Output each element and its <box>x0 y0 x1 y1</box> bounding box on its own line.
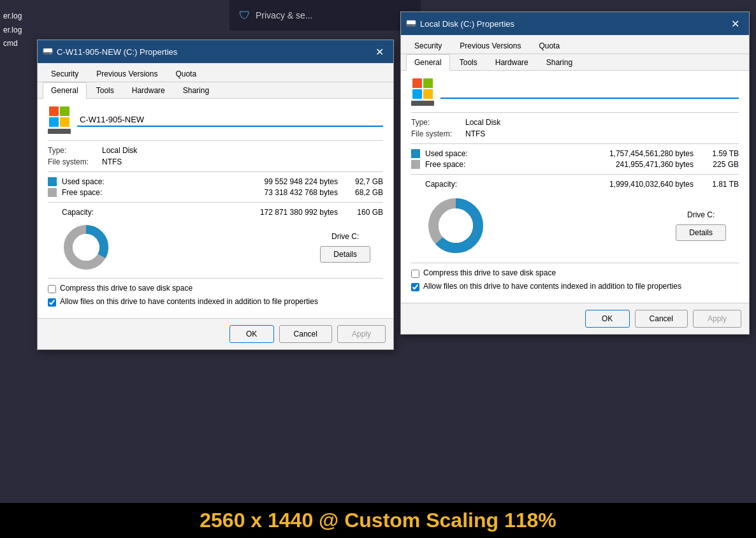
used-label-1: Used space: <box>62 177 110 186</box>
dialog1-cap-row: Capacity: 172 871 380 992 bytes 160 GB <box>48 208 383 217</box>
dialog2-details-button[interactable]: Details <box>676 224 726 241</box>
dialog1-donut <box>61 222 112 273</box>
dialog1-content: Type: Local Disk File system: NTFS Used … <box>38 99 393 318</box>
tab-sharing-2[interactable]: Sharing <box>538 54 581 70</box>
dialog1-free-row: Free space: 73 318 432 768 bytes 68,2 GB <box>48 188 383 197</box>
dialog1-drive-header <box>48 106 383 134</box>
free-color-box-2 <box>411 160 420 169</box>
svg-point-11 <box>439 208 473 243</box>
dialog1-apply-button[interactable]: Apply <box>337 325 386 343</box>
tab-prev-versions-1[interactable]: Previous Versions <box>88 66 166 82</box>
dialog2-body: Security Previous Versions Quota General… <box>401 35 749 334</box>
dialog1-titlebar: C-W11-905-NEW (C:) Properties ✕ <box>38 40 393 63</box>
used-size-1: 92,7 GB <box>348 177 383 186</box>
drive-name-input-1[interactable] <box>77 113 383 127</box>
dialog1-fs-row: File system: NTFS <box>48 157 383 166</box>
dialog2-cancel-button[interactable]: Cancel <box>635 310 688 328</box>
dialog1-tabs-row2: General Tools Hardware Sharing <box>38 82 393 99</box>
type-value-1: Local Disk <box>102 146 137 155</box>
tab-hardware-2[interactable]: Hardware <box>487 54 537 70</box>
tab-general-1[interactable]: General <box>43 82 87 99</box>
desktop-text-3: cmd <box>3 37 22 51</box>
drive-line-1 <box>48 129 71 134</box>
dialog1-title-text: C-W11-905-NEW (C:) Properties <box>57 47 177 57</box>
dialog1-tabs: Security Previous Versions Quota <box>38 63 393 82</box>
dialog1-cancel-button[interactable]: Cancel <box>279 325 332 343</box>
dialog2-drive-info: Drive C: Details <box>676 210 726 241</box>
dialog2-cap-row: Capacity: 1,999,410,032,640 bytes 1.81 T… <box>411 180 739 189</box>
dialog2-title-area: Local Disk (C:) Properties <box>406 18 514 29</box>
tab-tools-2[interactable]: Tools <box>451 54 486 70</box>
dialog1-drive-label: Drive C: <box>331 232 359 241</box>
dialog2-ok-button[interactable]: OK <box>585 310 630 328</box>
free-size-1: 68,2 GB <box>348 188 383 197</box>
tab-tools-1[interactable]: Tools <box>88 82 122 98</box>
free-color-box-1 <box>48 188 57 197</box>
cap-size-2: 1.81 TB <box>704 180 739 189</box>
dialog1-close-button[interactable]: ✕ <box>370 44 388 59</box>
dialog1-footer: OK Cancel Apply <box>38 318 393 349</box>
shield-icon: 🛡 <box>239 9 251 22</box>
tab-quota-1[interactable]: Quota <box>167 66 205 82</box>
index-checkbox-1[interactable] <box>48 298 56 307</box>
dialog1-drive-info: Drive C: Details <box>320 232 370 263</box>
used-color-box-1 <box>48 177 57 186</box>
fs-label-1: File system: <box>48 157 102 166</box>
separator-1a <box>48 140 383 141</box>
tab-quota-2[interactable]: Quota <box>530 38 568 54</box>
svg-point-5 <box>73 234 99 261</box>
free-bytes-2: 241,955,471,360 bytes <box>473 160 704 169</box>
tab-sharing-1[interactable]: Sharing <box>175 82 217 98</box>
compress-label-2[interactable]: Compress this drive to save disk space <box>423 268 556 277</box>
separator-1d <box>48 278 383 279</box>
used-bytes-1: 99 552 948 224 bytes <box>110 177 348 186</box>
tab-security-1[interactable]: Security <box>43 66 87 82</box>
separator-2b <box>411 143 739 144</box>
index-label-2[interactable]: Allow files on this drive to have conten… <box>423 282 681 291</box>
tab-security-2[interactable]: Security <box>406 38 450 54</box>
drive-name-input-2[interactable] <box>440 85 739 99</box>
used-color-box-2 <box>411 149 420 158</box>
cap-bytes-1: 172 871 380 992 bytes <box>102 208 348 217</box>
dialog2-index-row: Allow files on this drive to have conten… <box>411 282 739 291</box>
used-bytes-2: 1,757,454,561,280 bytes <box>473 149 704 158</box>
dialog1-title-icon <box>43 47 53 57</box>
free-bytes-1: 73 318 432 768 bytes <box>110 188 348 197</box>
dialog1-ok-button[interactable]: OK <box>229 325 274 343</box>
free-label-1: Free space: <box>62 188 110 197</box>
dialog2-title-text: Local Disk (C:) Properties <box>420 19 514 29</box>
separator-2d <box>411 263 739 263</box>
compress-label-1[interactable]: Compress this drive to save disk space <box>60 284 193 293</box>
dialog-c-properties: C-W11-905-NEW (C:) Properties ✕ Security… <box>37 40 394 350</box>
dialog2-free-row: Free space: 241,955,471,360 bytes 225 GB <box>411 160 739 169</box>
dialog1-title-area: C-W11-905-NEW (C:) Properties <box>43 47 177 57</box>
dialog2-used-row: Used space: 1,757,454,561,280 bytes 1.59… <box>411 149 739 158</box>
dialog2-drive-header <box>411 78 739 106</box>
dialog2-type-row: Type: Local Disk <box>411 118 739 127</box>
compress-checkbox-1[interactable] <box>48 285 56 293</box>
dialog2-tabs: Security Previous Versions Quota <box>401 35 749 54</box>
dialog2-content: Type: Local Disk File system: NTFS Used … <box>401 71 749 303</box>
svg-point-8 <box>413 25 414 26</box>
dialog1-used-row: Used space: 99 552 948 224 bytes 92,7 GB <box>48 177 383 186</box>
dialog1-details-button[interactable]: Details <box>320 246 370 263</box>
type-label-2: Type: <box>411 118 465 127</box>
desktop-text-area: er.log er.log cmd <box>3 10 22 51</box>
tab-hardware-1[interactable]: Hardware <box>124 82 173 98</box>
used-size-2: 1.59 TB <box>704 149 739 158</box>
dialog1-index-row: Allow files on this drive to have conten… <box>48 297 383 307</box>
separator-1b <box>48 171 383 172</box>
bottom-banner-text: 2560 x 1440 @ Custom Scaling 118% <box>200 509 556 532</box>
index-label-1[interactable]: Allow files on this drive to have conten… <box>60 297 318 306</box>
index-checkbox-2[interactable] <box>411 283 419 291</box>
dialog2-apply-button[interactable]: Apply <box>693 310 741 328</box>
dialog1-drive-icon <box>48 106 71 134</box>
tab-general-2[interactable]: General <box>406 54 450 71</box>
dialog2-close-button[interactable]: ✕ <box>726 16 744 31</box>
compress-checkbox-2[interactable] <box>411 270 419 278</box>
bottom-banner: 2560 x 1440 @ Custom Scaling 118% <box>0 503 756 538</box>
desktop-text-1: er.log <box>3 10 22 24</box>
fs-value-1: NTFS <box>102 157 122 166</box>
donut-svg-2 <box>424 194 488 258</box>
tab-prev-versions-2[interactable]: Previous Versions <box>451 38 529 54</box>
